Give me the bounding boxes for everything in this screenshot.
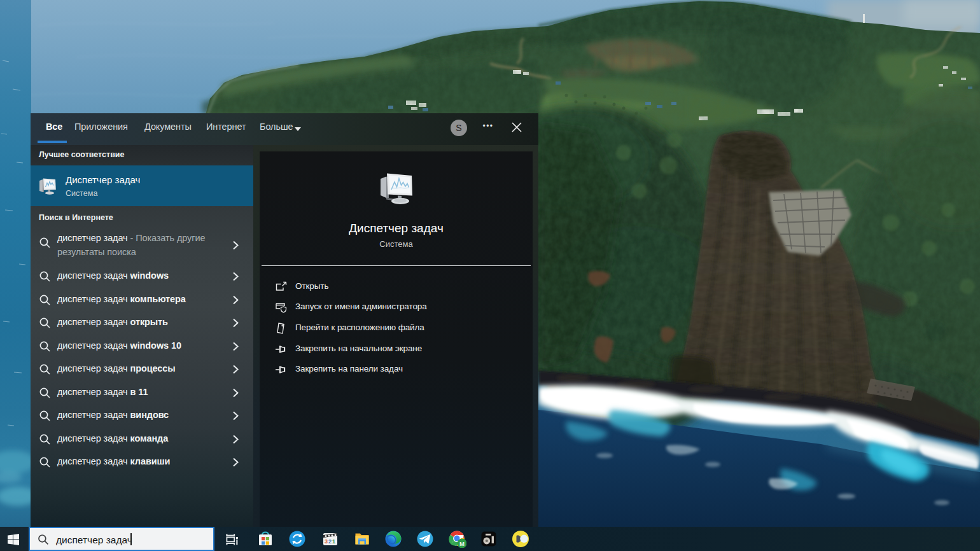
svg-text:1: 1: [332, 538, 335, 545]
svg-text:3: 3: [325, 538, 328, 545]
svg-text:2: 2: [328, 538, 332, 545]
svg-text:M: M: [459, 540, 465, 547]
